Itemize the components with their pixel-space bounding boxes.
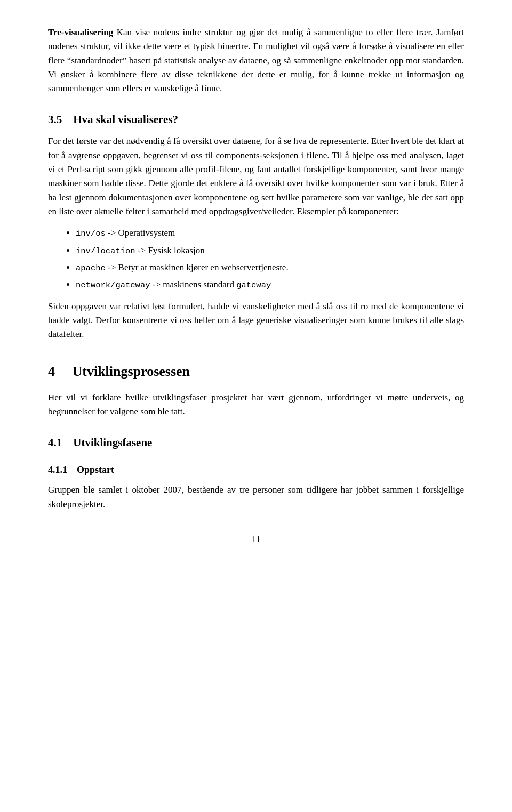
list-item-arrow-2: -> — [138, 245, 146, 255]
section-411-number: 4.1.1 — [48, 464, 67, 475]
section-35-number: 3.5 — [48, 113, 62, 126]
section-35-heading: 3.5 Hva skal visualiseres? — [48, 111, 464, 128]
her-paragraph: Her vil vi forklare hvilke utviklingsfas… — [48, 391, 464, 419]
list-item-arrow-1: -> — [108, 228, 116, 238]
section-4-title: Utviklingsprosessen — [73, 364, 190, 379]
tre-bold-text: Tre-visualisering — [48, 27, 113, 37]
list-item-arrow-4: -> — [153, 279, 161, 290]
section-411-title: Oppstart — [77, 464, 114, 475]
list-item-text-2: Fysisk lokasjon — [148, 245, 204, 255]
oversikt-paragraph: For det første var det nødvendig å få ov… — [48, 134, 464, 219]
page: Tre-visualisering Kan vise nodens indre … — [0, 0, 512, 812]
gruppen-paragraph: Gruppen ble samlet i oktober 2007, bestå… — [48, 483, 464, 511]
list-item-text-1: Operativsystem — [118, 228, 175, 238]
list-item-arrow-3: -> — [108, 262, 116, 272]
section-41-number: 4.1 — [48, 436, 62, 449]
list-item: network/gateway -> maskinens standard ga… — [76, 278, 464, 292]
list-item-code-4: network/gateway — [76, 280, 150, 290]
list-item: inv/os -> Operativsystem — [76, 226, 464, 240]
list-item-code-4b: gateway — [236, 280, 271, 290]
list-item-code-2: inv/location — [76, 246, 135, 256]
list-item-code-1: inv/os — [76, 229, 106, 238]
siden-paragraph: Siden oppgaven var relativt løst formule… — [48, 300, 464, 342]
list-item-text-4: maskinens standard — [163, 279, 234, 290]
section-4-heading: 4 Utviklingsprosessen — [48, 361, 464, 382]
list-item: inv/location -> Fysisk lokasjon — [76, 244, 464, 258]
section-41-title: Utviklingsfasene — [73, 436, 152, 449]
section-4-number: 4 — [48, 364, 55, 379]
section-4-block: 4 Utviklingsprosessen Her vil vi forklar… — [48, 361, 464, 419]
section-411-heading: 4.1.1 Oppstart — [48, 463, 464, 478]
page-number: 11 — [48, 533, 464, 546]
list-item-code-3: apache — [76, 263, 106, 273]
list-item-text-3: Betyr at maskinen kjører en webservertje… — [118, 262, 289, 272]
section-35-block: 3.5 Hva skal visualiseres? For det først… — [48, 111, 464, 342]
components-list: inv/os -> Operativsystem inv/location ->… — [76, 226, 464, 292]
page-number-text: 11 — [252, 534, 260, 544]
section-411-block: 4.1.1 Oppstart Gruppen ble samlet i okto… — [48, 463, 464, 511]
tre-visualisering-block: Tre-visualisering Kan vise nodens indre … — [48, 26, 464, 96]
section-41-block: 4.1 Utviklingsfasene — [48, 434, 464, 452]
list-item: apache -> Betyr at maskinen kjører en we… — [76, 261, 464, 275]
section-41-heading: 4.1 Utviklingsfasene — [48, 434, 464, 452]
tre-visualisering-paragraph: Tre-visualisering Kan vise nodens indre … — [48, 26, 464, 96]
section-35-title: Hva skal visualiseres? — [73, 113, 178, 126]
